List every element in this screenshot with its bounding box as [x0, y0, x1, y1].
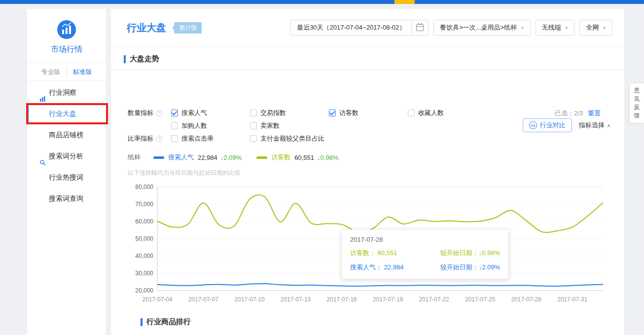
checkbox-payment-ratio[interactable]: 支付金额较父类目占比	[250, 134, 378, 143]
checkbox-visitor-count[interactable]: 访客数	[329, 109, 408, 117]
metric-name: 访客数：	[350, 249, 376, 257]
help-icon[interactable]: ?	[156, 136, 162, 142]
checkbox-search-ctr[interactable]: 搜索点击率	[171, 134, 250, 143]
svg-text:60,000: 60,000	[135, 218, 153, 225]
terminal-value: 无线端	[542, 23, 561, 32]
checkbox-seller-count[interactable]: 卖家数	[250, 121, 329, 130]
checkbox[interactable]	[250, 122, 257, 129]
tooltip-compare: 较开始日期：↓0.98%	[440, 249, 500, 258]
checkbox[interactable]	[171, 135, 178, 142]
sidebar-item-label: 搜索词查询	[49, 194, 83, 202]
svg-text:2017-07-04: 2017-07-04	[142, 296, 173, 303]
tab-professional[interactable]: 专业版	[36, 68, 67, 76]
sidebar-item-industry-insight[interactable]: 行业洞察	[27, 82, 106, 103]
section-marker	[141, 318, 143, 326]
series-change: ↓2.09%	[220, 154, 242, 161]
sidebar-item-label: 商品店铺榜	[49, 131, 83, 139]
sidebar-item-label: 行业热搜词	[49, 173, 83, 181]
ratio-metrics-label: 比率指标 ?	[128, 134, 171, 143]
series-value: 22,984	[198, 154, 217, 161]
terminal-select[interactable]: 无线端 ∨	[536, 20, 575, 36]
quantity-metrics-label: 数量指标 ?	[128, 109, 171, 117]
checkbox[interactable]	[171, 110, 178, 116]
chart-tooltip: 2017-07-28 访客数： 60,551 较开始日期：↓0.98% 搜索人气…	[342, 229, 508, 279]
label-text: 数量指标	[128, 109, 153, 117]
date-range-picker[interactable]: 最近30天（2017-07-04~2017-08-02）	[290, 20, 429, 36]
checkbox[interactable]	[250, 110, 257, 116]
main-content: 行业大盘 累计值 最近30天（2017-07-04~2017-08-02） 餐饮…	[111, 9, 624, 335]
sidebar: 市场行情 专业版 标准版 行业洞察 行业大盘 商品店铺榜 搜索词分析 行业热搜词…	[27, 9, 106, 335]
sidebar-item-label: 行业大盘	[49, 110, 76, 117]
checkbox[interactable]	[408, 110, 415, 116]
sidebar-item-industry-hot-search[interactable]: 行业热搜词	[27, 167, 106, 188]
quantity-metrics-row-2: 加购人数 卖家数	[128, 119, 612, 132]
page-header: 行业大盘 累计值 最近30天（2017-07-04~2017-08-02） 餐饮…	[111, 9, 624, 47]
cumulative-value-badge: 累计值	[174, 22, 202, 34]
series-name: 搜索人气	[168, 153, 194, 162]
checkbox-add-cart-count[interactable]: 加购人数	[171, 121, 250, 130]
compare-value: 2.09%	[482, 263, 500, 271]
series-value: 60,551	[294, 154, 314, 161]
checkbox[interactable]	[171, 122, 178, 129]
tooltip-compare: 较开始日期：↓2.09%	[440, 263, 500, 272]
svg-text:20,000: 20,000	[135, 287, 153, 294]
checkbox-label: 交易指数	[260, 109, 286, 117]
svg-text:40,000: 40,000	[135, 253, 153, 260]
top-nav-bar	[0, 0, 644, 4]
tooltip-metric: 访客数： 60,551	[350, 249, 397, 258]
svg-text:2017-07-07: 2017-07-07	[188, 296, 219, 303]
checkbox-label: 加购人数	[181, 121, 207, 130]
quantity-metrics-row-1: 数量指标 ? 搜索人气 交易指数 访客数 收藏人数	[128, 107, 612, 119]
legend-item-search-popularity[interactable]: 搜索人气 22,984 ↓2.09%	[153, 153, 242, 162]
compare-label: 较开始日期：	[440, 249, 479, 257]
checkbox-favorite-count[interactable]: 收藏人数	[408, 109, 487, 117]
svg-text:2017-07-16: 2017-07-16	[326, 296, 357, 303]
chart-legend: 纸杯 搜索人气 22,984 ↓2.09% 访客数 60,551 ↓0.98%	[128, 153, 612, 162]
svg-text:2017-07-25: 2017-07-25	[465, 296, 496, 303]
feedback-tab[interactable]: 意见 反馈	[629, 83, 644, 123]
change-value: 2.09%	[223, 154, 242, 161]
checkbox-label: 搜索人气	[181, 109, 207, 117]
category-select[interactable]: 餐饮具>一次...桌用品>纸杯 ∨	[433, 20, 531, 36]
metric-filters: 已选：2/3重置 数量指标 ? 搜索人气 交易指数 访客数	[128, 107, 612, 145]
series-name: 访客数	[271, 153, 290, 162]
metric-value: 60,551	[378, 249, 397, 257]
category-value: 餐饮具>一次...桌用品>纸杯	[440, 23, 517, 32]
section-marker	[124, 55, 126, 63]
feedback-label: 意见	[632, 86, 642, 103]
compare-value: 0.98%	[482, 249, 500, 257]
chevron-down-icon: ∨	[603, 25, 606, 30]
checkbox[interactable]	[250, 135, 257, 142]
svg-text:50,000: 50,000	[135, 235, 153, 242]
selected-count-text: 已选：2/3	[555, 110, 583, 117]
checkbox-label: 卖家数	[260, 121, 280, 130]
legend-keyword: 纸杯	[128, 153, 141, 162]
reset-link[interactable]: 重置	[588, 110, 601, 117]
sidebar-item-industry-dashboard[interactable]: 行业大盘	[27, 103, 106, 124]
scope-select[interactable]: 全网 ∨	[579, 20, 612, 36]
tooltip-row-search: 搜索人气： 22,984 较开始日期：↓2.09%	[350, 263, 500, 272]
series-swatch	[256, 156, 267, 159]
section-title: 大盘走势	[130, 54, 159, 64]
metric-value: 22,984	[384, 263, 404, 271]
sidebar-item-search-term-analysis[interactable]: 搜索词分析	[27, 146, 106, 167]
tooltip-date: 2017-07-28	[350, 236, 500, 243]
sidebar-menu: 行业洞察 行业大盘 商品店铺榜 搜索词分析 行业热搜词 搜索词查询	[27, 81, 106, 209]
checkbox[interactable]	[329, 110, 336, 116]
legend-item-visitor-count[interactable]: 访客数 60,551 ↓0.98%	[256, 153, 338, 162]
checkbox-label: 支付金额较父类目占比	[260, 134, 324, 143]
checkbox-transaction-index[interactable]: 交易指数	[250, 109, 329, 117]
checkbox-search-popularity[interactable]: 搜索人气	[171, 109, 250, 117]
checkbox-label: 收藏人数	[418, 109, 444, 117]
tab-standard[interactable]: 标准版	[67, 68, 98, 76]
app-title: 市场行情	[27, 44, 106, 63]
version-tabs: 专业版 标准版	[27, 63, 106, 81]
feedback-label: 反馈	[632, 103, 642, 120]
help-icon[interactable]: ?	[156, 110, 162, 116]
calendar-button[interactable]	[411, 20, 428, 35]
sidebar-item-search-term-query[interactable]: 搜索词查询	[27, 188, 106, 209]
svg-text:2017-07-22: 2017-07-22	[419, 296, 449, 303]
series-swatch	[153, 156, 164, 159]
sidebar-item-product-shop-ranking[interactable]: 商品店铺榜	[27, 124, 106, 146]
compare-label: 较开始日期：	[440, 263, 479, 271]
